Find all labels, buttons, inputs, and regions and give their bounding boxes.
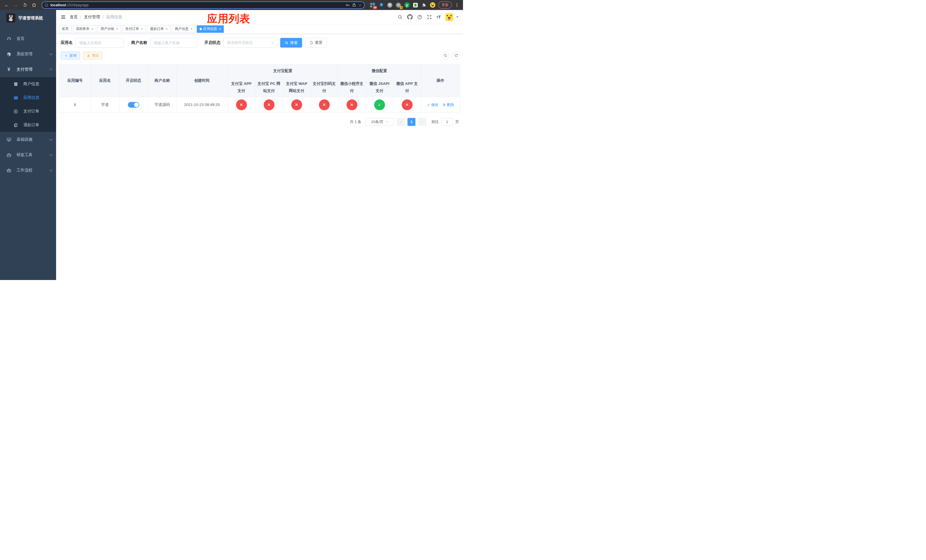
tag-home[interactable]: 首页 (59, 25, 71, 33)
sidebar-item-label: 基础设施 (17, 137, 45, 142)
close-icon[interactable]: × (141, 27, 143, 31)
gear-icon (6, 52, 11, 57)
show-search-icon[interactable] (441, 51, 449, 59)
page-size-value: 10条/页 (371, 120, 384, 124)
font-size-icon[interactable]: TT (437, 15, 441, 20)
extension-command-icon[interactable]: ⌘ (387, 2, 393, 8)
col-header-name: 应用名 (91, 64, 119, 97)
close-icon[interactable]: × (91, 27, 94, 31)
page-size-select[interactable]: 10条/页 (365, 118, 394, 126)
goto-page-input[interactable] (441, 118, 453, 126)
back-icon[interactable]: ← (3, 2, 10, 9)
app-name-input[interactable] (76, 38, 124, 48)
reload-icon[interactable] (21, 2, 29, 9)
sidebar-item-refund-orders[interactable]: 退款订单 (0, 118, 56, 132)
table-row: 6 芋道 芋道源码 2021-10-23 08:49:25 ✕ ✕ ✕ ✕ ✕ (59, 97, 460, 112)
tag-process-form[interactable]: 流程表单× (73, 25, 96, 33)
fullscreen-icon[interactable] (427, 15, 432, 20)
sidebar-item-payment[interactable]: ¥ 支付管理 (0, 62, 56, 77)
forward-icon[interactable]: → (12, 2, 20, 9)
search-button[interactable]: 搜索 (280, 38, 302, 48)
status-icon: ✓ (374, 100, 385, 110)
chevron-down-icon (386, 120, 388, 123)
share-icon[interactable] (352, 3, 356, 7)
export-button[interactable]: 导出 (83, 51, 103, 59)
toolbox-icon (6, 153, 11, 157)
url-bar[interactable]: localhost:1024/pay/app ☆ (42, 2, 365, 9)
url-text: localhost:1024/pay/app (50, 3, 343, 7)
status-select[interactable]: 请选择开启状态 (223, 38, 277, 48)
edit-link[interactable]: 修改 (427, 102, 439, 107)
goto-label: 前往 (431, 120, 439, 124)
tag-merchant-info[interactable]: 商户信息× (172, 25, 195, 33)
browser-update-button[interactable]: 更新 (438, 2, 452, 9)
sidebar-item-merchant-info[interactable]: 商户信息 (0, 77, 56, 91)
status-icon: ✕ (264, 100, 274, 110)
password-key-icon[interactable] (345, 3, 350, 8)
site-info-icon[interactable] (44, 3, 48, 7)
chevron-down-icon (271, 41, 274, 44)
extensions-puzzle-icon[interactable] (421, 2, 427, 8)
sidebar-item-dev-tools[interactable]: 研发工具 (0, 147, 56, 163)
status-select-placeholder: 请选择开启状态 (227, 40, 253, 45)
sidebar: 🐰 芋道管理系统 首页 系统管理 ¥ 支付管理 (0, 10, 56, 280)
sidebar-item-infrastructure[interactable]: 基础设施 (0, 132, 56, 147)
bookmark-star-icon[interactable]: ☆ (358, 3, 362, 8)
sidebar-item-label: 工作流程 (17, 168, 45, 173)
close-icon[interactable]: × (166, 27, 168, 31)
active-dot (200, 28, 202, 30)
next-page-button[interactable]: › (418, 118, 426, 126)
sidebar-item-workflow[interactable]: 工作流程 (0, 163, 56, 178)
browser-toolbar: ← → localhost:1024/pay/app ☆ 10 ⌘ 1 y (0, 0, 463, 10)
cell-alipay-wap: ✕ (283, 97, 310, 112)
cell-wechat-lite: ✕ (338, 97, 366, 112)
tag-app-info[interactable]: 应用信息× (197, 25, 224, 33)
app-logo[interactable]: 🐰 芋道管理系统 (0, 10, 56, 26)
status-icon: ✕ (346, 100, 357, 110)
sidebar-fold-icon[interactable] (61, 15, 66, 20)
tag-label: 退款订单 (150, 26, 164, 31)
tag-label: 商户信息 (175, 26, 189, 31)
github-icon[interactable] (407, 14, 413, 20)
chevron-down-icon (49, 137, 52, 141)
tags-view-bar: 首页 流程表单× 用户分组× 支付订单× 退款订单× 商户信息× 应用信息× (56, 24, 463, 34)
header-search-icon[interactable] (398, 15, 402, 20)
extension-kite-icon[interactable] (378, 2, 384, 8)
extension-y-icon[interactable]: y (404, 2, 410, 8)
breadcrumb-payment[interactable]: 支付管理 (84, 15, 100, 20)
sidebar-item-app-info[interactable]: 应用信息 (0, 91, 56, 104)
tag-refund-orders[interactable]: 退款订单× (147, 25, 171, 33)
logo-rabbit-image: 🐰 (6, 14, 15, 23)
profile-avatar-icon[interactable] (430, 2, 436, 8)
tag-label: 首页 (62, 26, 69, 31)
sidebar-item-system[interactable]: 系统管理 (0, 47, 56, 62)
prev-page-button[interactable]: ‹ (396, 118, 405, 126)
tag-user-group[interactable]: 用户分组× (98, 25, 121, 33)
add-button[interactable]: ＋ 新增 (61, 51, 80, 59)
tag-pay-orders[interactable]: 支付订单× (123, 25, 146, 33)
delete-link[interactable]: 删除 (442, 102, 454, 107)
sidebar-item-pay-orders[interactable]: 支付订单 (0, 104, 56, 118)
breadcrumb-home[interactable]: 首页 (70, 15, 78, 20)
refresh-icon[interactable] (452, 51, 460, 59)
merchant-name-input[interactable] (150, 38, 197, 48)
help-icon[interactable] (417, 15, 422, 20)
extension-camera-icon[interactable]: 1 (395, 2, 401, 8)
status-icon: ✕ (291, 100, 302, 110)
page-number-1[interactable]: 1 (407, 118, 415, 126)
col-header-created: 创建时间 (176, 64, 227, 97)
enable-toggle[interactable] (128, 102, 139, 107)
user-avatar[interactable] (445, 13, 453, 21)
avatar-caret-icon[interactable] (456, 16, 458, 18)
close-icon[interactable]: × (219, 27, 221, 31)
browser-menu-icon[interactable]: ⋮ (454, 3, 460, 8)
extension-grid-icon[interactable]: 10 (370, 2, 375, 8)
reset-button[interactable]: 重置 (305, 38, 327, 48)
close-icon[interactable]: × (116, 27, 118, 31)
home-icon[interactable] (30, 2, 38, 9)
extension-doc-icon[interactable] (413, 2, 418, 8)
page-content: 应用名 商户名称 开启状态 请选择开启状态 搜索 重置 (56, 34, 463, 280)
close-icon[interactable]: × (191, 27, 192, 31)
cell-id: 6 (59, 97, 91, 112)
sidebar-item-home[interactable]: 首页 (0, 31, 56, 47)
